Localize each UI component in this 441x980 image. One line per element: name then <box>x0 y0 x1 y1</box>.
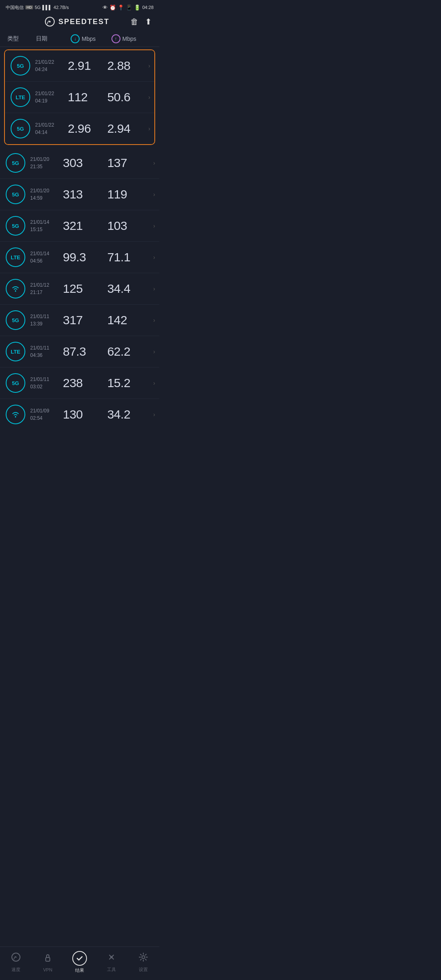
app-title: SPEEDTEST <box>58 18 109 26</box>
share-button[interactable]: ⬆ <box>145 17 152 27</box>
upload-speed: 50.6 <box>107 90 147 104</box>
download-speed: 2.96 <box>68 122 107 136</box>
download-arrow-icon: ↓ <box>71 34 80 43</box>
chevron-right-icon: › <box>153 317 155 323</box>
upload-speed: 137 <box>107 156 152 170</box>
download-speed: 130 <box>63 408 107 421</box>
table-row[interactable]: LTE 21/01/11 04:36 87.3 62.2 › <box>0 336 159 368</box>
upload-speed: 34.2 <box>107 408 152 421</box>
table-row[interactable]: LTE 21/01/22 04:19 112 50.6 › <box>5 82 154 113</box>
type-badge-lte: LTE <box>6 247 25 267</box>
download-speed: 87.3 <box>63 345 107 359</box>
col-date-header: 日期 <box>36 35 71 42</box>
svg-point-1 <box>49 21 51 22</box>
carrier-name: 中国电信 <box>6 4 24 11</box>
type-badge-5g: 5G <box>6 153 25 173</box>
results-list: 5G 21/01/22 04:24 2.91 2.88 › LTE 21/01/… <box>0 49 159 430</box>
upload-speed: 15.2 <box>107 376 152 390</box>
date-cell: 21/01/22 04:19 <box>35 90 68 105</box>
hd-badge: HD <box>25 5 33 9</box>
time-display: 04:28 <box>142 5 154 10</box>
status-left: 中国电信 HD 5G ▌▌▌ 42.7B/s <box>6 4 69 11</box>
speedometer-icon <box>45 16 55 27</box>
upload-speed: 2.94 <box>107 122 147 136</box>
regular-rows-container: 5G 21/01/20 21:35 303 137 › 5G 21/01/20 … <box>0 147 159 430</box>
download-speed: 303 <box>63 156 107 170</box>
date-cell: 21/01/20 14:59 <box>30 187 63 202</box>
type-badge-5g: 5G <box>6 185 25 204</box>
type-badge-wifi <box>6 405 25 424</box>
download-speed: 125 <box>63 282 107 296</box>
app-title-container: SPEEDTEST <box>24 16 130 27</box>
col-up-header: ↑ Mbps <box>111 34 152 43</box>
date-cell: 21/01/22 04:14 <box>35 121 68 136</box>
download-speed: 317 <box>63 313 107 327</box>
table-row[interactable]: 5G 21/01/20 14:59 313 119 › <box>0 179 159 210</box>
download-speed: 313 <box>63 187 107 201</box>
table-row[interactable]: 5G 21/01/20 21:35 303 137 › <box>0 147 159 179</box>
wifi-icon-svg <box>11 285 20 292</box>
upload-speed: 2.88 <box>107 59 147 73</box>
signal-bars: ▌▌▌ <box>42 5 52 10</box>
date-cell: 21/01/14 15:15 <box>30 218 63 233</box>
chevron-right-icon: › <box>148 94 150 100</box>
eye-icon: 👁 <box>102 4 108 11</box>
data-speed: 42.7B/s <box>53 5 69 10</box>
svg-point-3 <box>15 416 16 418</box>
date-cell: 21/01/09 02:54 <box>30 407 63 422</box>
table-row[interactable]: 5G 21/01/22 04:24 2.91 2.88 › <box>5 50 154 82</box>
sim-icon: 📱 <box>126 4 132 11</box>
table-row[interactable]: 21/01/09 02:54 130 34.2 › <box>0 399 159 430</box>
chevron-right-icon: › <box>153 285 155 292</box>
upload-speed: 119 <box>107 187 152 201</box>
type-badge-5g: 5G <box>6 216 25 236</box>
type-badge-wifi <box>6 279 25 298</box>
upload-speed: 142 <box>107 313 152 327</box>
col-type-header: 类型 <box>7 35 36 42</box>
type-badge-5g: 5G <box>11 119 30 138</box>
table-row[interactable]: 5G 21/01/22 04:14 2.96 2.94 › <box>5 113 154 144</box>
5g-indicator: 5G <box>35 5 41 10</box>
download-speed: 99.3 <box>63 250 107 264</box>
wifi-icon-svg <box>11 411 20 418</box>
alarm-icon: ⏰ <box>109 4 116 11</box>
table-row[interactable]: 5G 21/01/11 03:02 238 15.2 › <box>0 368 159 399</box>
table-row[interactable]: LTE 21/01/14 04:56 99.3 71.1 › <box>0 242 159 273</box>
app-header: SPEEDTEST 🗑 ⬆ <box>0 13 159 31</box>
chevron-right-icon: › <box>153 254 155 261</box>
type-badge-lte: LTE <box>6 342 25 361</box>
chevron-right-icon: › <box>153 160 155 166</box>
upload-speed: 103 <box>107 219 152 233</box>
svg-point-2 <box>15 291 16 292</box>
chevron-right-icon: › <box>153 348 155 355</box>
table-row[interactable]: 21/01/12 21:17 125 34.4 › <box>0 273 159 305</box>
col-down-header: ↓ Mbps <box>71 34 111 43</box>
date-cell: 21/01/22 04:24 <box>35 58 68 73</box>
upload-speed: 62.2 <box>107 345 152 359</box>
delete-button[interactable]: 🗑 <box>130 17 138 27</box>
upload-speed: 71.1 <box>107 250 152 264</box>
date-cell: 21/01/11 04:36 <box>30 344 63 359</box>
date-cell: 21/01/11 13:39 <box>30 313 63 327</box>
chevron-right-icon: › <box>153 380 155 386</box>
date-cell: 21/01/20 21:35 <box>30 156 63 170</box>
type-badge-5g: 5G <box>6 373 25 393</box>
upload-speed: 34.4 <box>107 282 152 296</box>
download-speed: 2.91 <box>68 59 107 73</box>
table-row[interactable]: 5G 21/01/14 15:15 321 103 › <box>0 210 159 242</box>
download-speed: 321 <box>63 219 107 233</box>
chevron-right-icon: › <box>153 191 155 198</box>
download-speed: 112 <box>68 90 107 104</box>
status-bar: 中国电信 HD 5G ▌▌▌ 42.7B/s 👁 ⏰ 📍 📱 🔋 04:28 <box>0 0 159 13</box>
upload-arrow-icon: ↑ <box>111 34 120 43</box>
column-headers: 类型 日期 ↓ Mbps ↑ Mbps <box>0 31 159 47</box>
status-right: 👁 ⏰ 📍 📱 🔋 04:28 <box>102 4 154 11</box>
location-icon: 📍 <box>118 4 124 11</box>
date-cell: 21/01/11 03:02 <box>30 376 63 390</box>
table-row[interactable]: 5G 21/01/11 13:39 317 142 › <box>0 305 159 336</box>
type-badge-lte: LTE <box>11 87 30 107</box>
chevron-right-icon: › <box>148 125 150 132</box>
date-cell: 21/01/14 04:56 <box>30 250 63 265</box>
highlighted-group: 5G 21/01/22 04:24 2.91 2.88 › LTE 21/01/… <box>4 49 155 145</box>
download-speed: 238 <box>63 376 107 390</box>
